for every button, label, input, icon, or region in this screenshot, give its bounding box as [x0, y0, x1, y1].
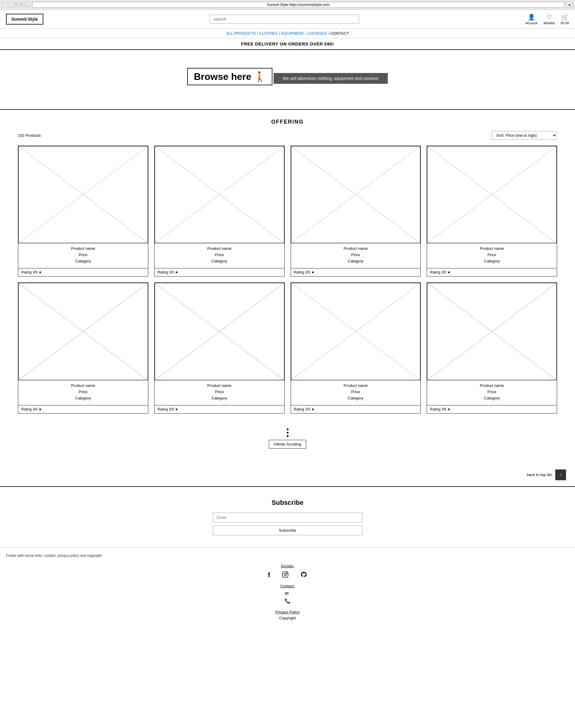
account-icon: 👤	[528, 13, 535, 21]
product-info: Product name Price Category	[427, 243, 557, 268]
products-section: OFFERING 102 Products Sort: Price (low t…	[0, 110, 575, 467]
product-rating: Rating 3/5 ★	[18, 405, 148, 413]
product-card[interactable]: Product name Price Category Rating 3/5 ★	[427, 282, 557, 413]
back-btn[interactable]: ‹	[3, 3, 7, 7]
product-image	[155, 283, 284, 380]
footer-contact-label: Contact:	[6, 584, 569, 588]
copyright-text: Copyright	[279, 616, 296, 620]
product-image	[291, 283, 421, 380]
footer-contact: Contact: ✉ 📞	[6, 584, 569, 604]
browser-refresh-btn[interactable]: ⊕	[567, 2, 572, 7]
email-icon[interactable]: ✉	[285, 591, 289, 596]
hero-section: Browse here 🚶 We sell adventure clothing…	[0, 50, 575, 110]
subscribe-email-input[interactable]	[213, 512, 362, 523]
product-name: Product name	[21, 383, 145, 388]
github-icon[interactable]	[301, 571, 307, 579]
product-price: Price	[294, 253, 418, 257]
product-card[interactable]: Product name Price Category Rating 3/5 ★	[18, 146, 148, 277]
breadcrumb-all-products[interactable]: ALL PRODUCTS	[226, 31, 256, 36]
subscribe-button[interactable]: Subscribe	[213, 526, 362, 535]
product-category: Category	[430, 259, 554, 263]
product-rating: Rating 3/5 ★	[427, 405, 557, 413]
product-name: Product name	[430, 383, 554, 388]
svg-point-1	[284, 573, 286, 575]
product-info: Product name Price Category	[155, 243, 284, 268]
privacy-policy-link[interactable]: Privacy Policy	[6, 610, 569, 614]
hero-title: Browse here 🚶	[187, 68, 272, 85]
breadcrumb-clothes[interactable]: CLOTHES	[259, 31, 277, 36]
account-icon-item[interactable]: 👤 Account	[526, 13, 538, 25]
products-count: 102 Products	[18, 133, 41, 138]
product-name: Product name	[21, 246, 145, 251]
facebook-icon[interactable]: f	[268, 571, 270, 579]
subscribe-section: Subscribe Subscribe	[0, 487, 575, 547]
promo-banner: FREE DELIVERY ON ORDERS OVER €80!	[0, 38, 575, 50]
infinite-scroll-area: Infinite Scrolling	[18, 419, 557, 457]
product-category: Category	[158, 259, 281, 263]
product-category: Category	[294, 396, 418, 400]
product-rating: Rating 3/5 ★	[427, 268, 557, 276]
scroll-dot	[287, 429, 289, 430]
product-price: Price	[21, 253, 145, 257]
breadcrumb-equipment[interactable]: EQUIPMENT	[281, 31, 304, 36]
browser-controls: ‹ › ↻ ✕ ⌂	[3, 3, 30, 7]
product-name: Product name	[294, 246, 418, 251]
social-icons: f	[6, 571, 569, 579]
subscribe-title: Subscribe	[6, 499, 569, 507]
product-name: Product name	[158, 246, 281, 251]
breadcrumb: ALL PRODUCTS › CLOTHES › EQUIPMENT › COU…	[0, 29, 575, 38]
wishlist-label: Wishlist	[544, 21, 555, 25]
search-bar-wrapper	[49, 15, 520, 24]
product-category: Category	[21, 396, 145, 400]
instagram-icon[interactable]	[282, 571, 289, 579]
product-image	[427, 283, 557, 380]
breadcrumb-courses[interactable]: COURSES	[308, 31, 327, 36]
search-input[interactable]	[210, 15, 359, 24]
footer-links: Privacy Policy Copyright	[6, 610, 569, 620]
cart-icon: 🛒	[561, 13, 569, 21]
reload-btn[interactable]: ↻	[14, 3, 19, 7]
stop-btn[interactable]: ✕	[20, 3, 24, 7]
cart-label: €0.00	[561, 21, 569, 25]
footer: Footer with social links, contact, priva…	[0, 547, 575, 626]
header-icons: 👤 Account ♡ Wishlist 🛒 €0.00	[526, 13, 569, 25]
product-card[interactable]: Product name Price Category Rating 3/5 ★	[154, 282, 285, 413]
back-to-top-button[interactable]: ↑	[555, 470, 566, 480]
contact-icons: ✉ 📞	[285, 591, 291, 604]
svg-rect-0	[282, 571, 288, 577]
product-info: Product name Price Category	[427, 380, 557, 405]
url-bar[interactable]: Summit Style https://summmitstyle.com	[32, 2, 564, 8]
back-to-top-area: back to top btn ↑	[0, 467, 575, 487]
product-info: Product name Price Category	[18, 380, 148, 405]
logo-button[interactable]: Summit Style	[6, 14, 43, 25]
product-price: Price	[21, 389, 145, 394]
product-card[interactable]: Product name Price Category Rating 3/5 ★	[291, 146, 421, 277]
product-grid: Product name Price Category Rating 3/5 ★…	[18, 146, 557, 413]
product-price: Price	[294, 389, 418, 394]
product-category: Category	[294, 259, 418, 263]
products-heading: OFFERING	[18, 119, 557, 125]
product-name: Product name	[294, 383, 418, 388]
phone-icon[interactable]: 📞	[285, 598, 291, 604]
product-card[interactable]: Product name Price Category Rating 3/5 ★	[291, 282, 421, 413]
forward-btn[interactable]: ›	[9, 3, 13, 7]
wishlist-icon-item[interactable]: ♡ Wishlist	[544, 13, 555, 25]
product-price: Price	[430, 389, 554, 394]
scroll-dot	[287, 432, 289, 434]
scroll-dots	[27, 429, 548, 437]
product-rating: Rating 3/5 ★	[155, 405, 284, 413]
product-image	[291, 146, 421, 243]
product-rating: Rating 3/5 ★	[291, 268, 421, 276]
sort-select[interactable]: Sort: Price (low to high) Sort: Price (h…	[491, 131, 557, 140]
cart-icon-item[interactable]: 🛒 €0.00	[561, 13, 569, 25]
infinite-scroll-label: Infinite Scrolling	[269, 440, 306, 448]
product-info: Product name Price Category	[18, 243, 148, 268]
product-rating: Rating 3/5 ★	[291, 405, 421, 413]
home-btn[interactable]: ⌂	[26, 3, 30, 7]
product-card[interactable]: Product name Price Category Rating 3/5 ★	[18, 282, 148, 413]
product-card[interactable]: Product name Price Category Rating 3/5 ★	[427, 146, 557, 277]
footer-socials: Socials: f	[6, 564, 569, 579]
product-category: Category	[158, 396, 281, 400]
product-card[interactable]: Product name Price Category Rating 3/5 ★	[154, 146, 285, 277]
product-price: Price	[430, 253, 554, 257]
